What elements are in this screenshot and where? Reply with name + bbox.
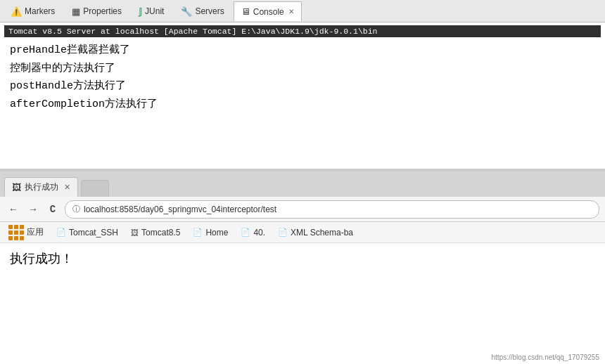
tab-markers[interactable]: ⚠️ Markers (3, 1, 63, 21)
tomcat85-label: Tomcat8.5 (141, 228, 180, 238)
console-line-2: 控制器中的方法执行了 (10, 60, 595, 78)
tab-properties[interactable]: ▦ Properties (64, 1, 129, 21)
address-text: localhost:8585/day06_springmvc_04interce… (84, 204, 276, 214)
forward-button[interactable]: → (25, 202, 41, 217)
tab-markers-label: Markers (25, 6, 55, 16)
browser-panel: 🖼 执行成功 ✕ ← → C ⓘ localhost:8585/day06_sp… (0, 171, 605, 364)
bookmark-tomcat85[interactable]: 🖼 Tomcat8.5 (128, 226, 183, 239)
browser-tab-ghost (81, 180, 109, 197)
refresh-button[interactable]: C (45, 202, 60, 217)
40-label: 40. (253, 228, 265, 238)
tab-console-label: Console (253, 7, 284, 17)
bookmarks-bar: 应用 📄 Tomcat_SSH 🖼 Tomcat8.5 📄 Home 📄 40.… (0, 222, 605, 243)
browser-tab-bar: 🖼 执行成功 ✕ (0, 171, 605, 197)
console-close-icon[interactable]: ✕ (288, 8, 294, 15)
tab-favicon-icon: 🖼 (12, 182, 21, 193)
tab-junit[interactable]: 𝕁 JUnit (131, 1, 172, 21)
junit-icon: 𝕁 (139, 6, 142, 17)
bookmark-home[interactable]: 📄 Home (190, 226, 231, 239)
watermark: https://blog.csdn.net/qq_17079255 (492, 353, 599, 361)
back-button[interactable]: ← (6, 202, 21, 217)
browser-tab-label: 执行成功 (25, 181, 58, 193)
console-line-3: postHandle方法执行了 (10, 77, 595, 96)
bookmark-40[interactable]: 📄 40. (238, 226, 268, 239)
page-content-text: 执行成功！ (10, 250, 595, 267)
browser-content: 执行成功！ https://blog.csdn.net/qq_17079255 (0, 243, 605, 364)
tab-junit-label: JUnit (145, 6, 164, 16)
tomcat-ssh-label: Tomcat_SSH (69, 228, 118, 238)
properties-icon: ▦ (72, 6, 80, 17)
browser-nav: ← → C ⓘ localhost:8585/day06_springmvc_0… (0, 197, 605, 222)
bookmark-apps[interactable]: 应用 (6, 223, 46, 242)
bookmark-xml[interactable]: 📄 XML Schema-ba (275, 226, 356, 239)
tab-servers[interactable]: 🔧 Servers (173, 1, 231, 21)
address-bar[interactable]: ⓘ localhost:8585/day06_springmvc_04inter… (65, 200, 599, 219)
apps-label: 应用 (27, 226, 44, 238)
tab-properties-label: Properties (83, 6, 122, 16)
tomcat85-icon: 🖼 (131, 228, 139, 237)
tomcat-ssh-icon: 📄 (56, 228, 66, 237)
console-title-bar: Tomcat v8.5 Server at localhost [Apache … (4, 25, 601, 37)
lock-icon: ⓘ (72, 204, 80, 214)
40-icon: 📄 (241, 228, 250, 237)
console-area: Tomcat v8.5 Server at localhost [Apache … (0, 22, 605, 170)
home-label: Home (205, 228, 228, 238)
tab-console[interactable]: 🖥 Console ✕ (234, 1, 302, 21)
xml-label: XML Schema-ba (291, 228, 353, 238)
xml-icon: 📄 (278, 228, 288, 237)
ide-panel: ⚠️ Markers ▦ Properties 𝕁 JUnit 🔧 Server… (0, 0, 605, 171)
tab-servers-label: Servers (195, 6, 224, 16)
console-line-1: preHandle拦截器拦截了 (10, 41, 595, 60)
console-line-4: afterCompletion方法执行了 (10, 96, 595, 114)
browser-tab-close-icon[interactable]: ✕ (64, 183, 70, 192)
console-output: preHandle拦截器拦截了 控制器中的方法执行了 postHandle方法执… (4, 37, 601, 117)
markers-icon: ⚠️ (11, 6, 22, 17)
bookmark-tomcat-ssh[interactable]: 📄 Tomcat_SSH (53, 226, 121, 239)
browser-tab-main[interactable]: 🖼 执行成功 ✕ (4, 177, 78, 197)
home-icon: 📄 (193, 228, 203, 237)
apps-grid-icon (8, 225, 24, 240)
servers-icon: 🔧 (181, 6, 192, 17)
ide-tab-bar: ⚠️ Markers ▦ Properties 𝕁 JUnit 🔧 Server… (0, 0, 605, 22)
console-icon: 🖥 (241, 6, 250, 17)
